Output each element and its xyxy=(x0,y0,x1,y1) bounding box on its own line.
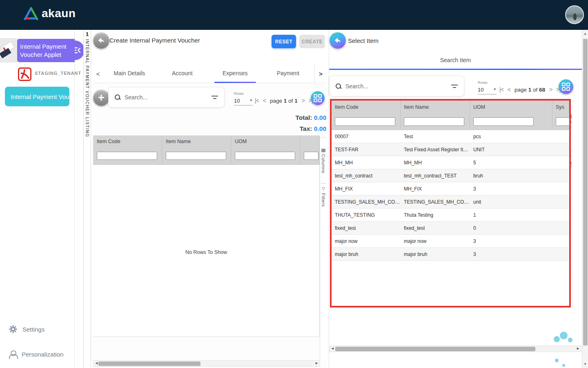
grid-view-button[interactable] xyxy=(559,79,573,94)
tab-payment[interactable]: Payment xyxy=(262,65,315,83)
table-row[interactable]: 00007Testpcs xyxy=(332,130,569,143)
create-button[interactable]: CREATE xyxy=(299,35,325,48)
search-item-tab[interactable]: Search Item xyxy=(329,57,582,63)
next-page-icon[interactable]: > xyxy=(549,86,552,93)
scroll-left-icon[interactable]: ◄ xyxy=(95,361,98,365)
table-row[interactable]: THUTA_TESTINGThuta Testing1 xyxy=(332,209,569,222)
column-header-item-code[interactable]: Item Code xyxy=(93,136,162,147)
table-row[interactable]: MH_FIXMH_FIX3 xyxy=(332,182,569,195)
person-icon xyxy=(9,350,16,358)
dropdown-caret-icon: ▾ xyxy=(494,87,496,91)
expenses-search-input[interactable] xyxy=(125,94,208,101)
item-search-input[interactable] xyxy=(345,83,448,90)
item-search-bar xyxy=(329,76,464,96)
grid-icon xyxy=(562,83,570,91)
rows-per-page-select[interactable]: 10 ▾ xyxy=(478,87,497,94)
column-header-item-name[interactable]: Item Name xyxy=(162,136,231,147)
column-header-uom[interactable]: UOM xyxy=(231,136,300,147)
column-header-uom[interactable]: UOM xyxy=(470,101,552,113)
table-row[interactable]: TEST-FARTest Fixed Asset Register Item C… xyxy=(332,143,569,156)
left-hscroll-thumb[interactable] xyxy=(98,361,200,366)
search-icon xyxy=(114,94,121,101)
tabs-scroll-left-icon[interactable]: < xyxy=(93,70,103,77)
columns-toggle[interactable]: Columns xyxy=(320,149,327,173)
listing-strip[interactable]: 1 INTERNAL PAYMENT VOUCHER LISTING xyxy=(83,30,91,368)
tab-main-details[interactable]: Main Details xyxy=(103,65,156,83)
item-code-filter-input[interactable] xyxy=(97,152,157,160)
grid-view-button[interactable] xyxy=(311,91,325,105)
decor-bubble xyxy=(554,336,560,342)
expenses-search-bar xyxy=(108,87,225,108)
item-code-filter-input[interactable] xyxy=(335,117,395,126)
tabs-scroll-right-icon[interactable]: > xyxy=(314,65,327,83)
next-page-icon[interactable]: > xyxy=(302,97,305,104)
scroll-right-icon[interactable]: ► xyxy=(315,361,318,365)
scroll-left-icon[interactable]: ◄ xyxy=(331,346,334,350)
select-item-back-button[interactable] xyxy=(330,32,346,49)
back-arrow-icon xyxy=(97,36,105,45)
settings-button[interactable]: Settings xyxy=(9,325,45,333)
scroll-right-icon[interactable]: ► xyxy=(576,346,580,350)
items-table-filter-row xyxy=(332,113,569,130)
first-page-icon[interactable]: |< xyxy=(499,86,503,93)
back-button[interactable] xyxy=(93,32,109,49)
extra-filter-input[interactable] xyxy=(304,152,318,160)
tenant-row[interactable]: STAGING_TENANT xyxy=(0,67,75,85)
page-text: page 1 of 68 xyxy=(514,87,545,93)
personalization-button[interactable]: Personalization xyxy=(9,350,64,358)
tab-bar: < Main Details Account Expenses Payment … xyxy=(93,65,327,83)
cell-uom: 3 xyxy=(470,238,552,244)
column-header-sys[interactable]: Sys xyxy=(552,101,569,113)
brand-logo[interactable]: akaun xyxy=(24,7,76,20)
table-row[interactable]: major bruhmajor bruh3 xyxy=(332,248,569,261)
filter-icon[interactable] xyxy=(451,84,458,89)
page-vertical-scrollbar[interactable]: ▲ ▼ xyxy=(582,30,588,368)
akaun-triangle-icon xyxy=(24,7,38,20)
table-row[interactable]: major nowmajor now3 xyxy=(332,235,569,248)
filters-toggle[interactable]: ▽ Filters xyxy=(320,186,327,206)
tab-expenses[interactable]: Expenses xyxy=(209,65,262,83)
total-pages: 1 xyxy=(294,98,298,104)
prev-page-icon[interactable]: < xyxy=(508,86,510,93)
add-expense-line-button[interactable]: + xyxy=(93,90,109,106)
decor-bubble xyxy=(568,338,572,342)
applet-badge[interactable]: Internal Payment Voucher Applet xyxy=(17,39,75,62)
column-header-item-name[interactable]: Item Name xyxy=(401,101,470,113)
filter-icon[interactable] xyxy=(212,95,218,100)
grid-icon xyxy=(314,94,322,102)
uom-filter-input[interactable] xyxy=(473,117,534,126)
page-title: Create Internal Payment Voucher xyxy=(109,37,200,44)
select-item-panel: Select Item Search Item Rows 10 ▾ |< < p… xyxy=(329,30,582,368)
internal-payment-voucher-button[interactable]: Internal Payment Vouc xyxy=(5,87,69,106)
right-horizontal-scrollbar[interactable]: ◄ ► xyxy=(329,346,581,352)
tenant-name: STAGING_TENANT xyxy=(35,71,81,76)
table-row[interactable]: test_mh_contracttest_mh_contract_TESTbru… xyxy=(332,169,569,182)
cell-uom: 1 xyxy=(470,212,552,218)
cell-item-name: Test xyxy=(401,134,470,139)
user-avatar[interactable] xyxy=(565,5,584,24)
scroll-up-icon[interactable]: ▲ xyxy=(582,32,588,36)
left-horizontal-scrollbar[interactable]: ◄ ► xyxy=(93,360,320,367)
cell-item-code: 00007 xyxy=(332,134,401,139)
reset-button[interactable]: RESET xyxy=(272,35,296,48)
tab-account[interactable]: Account xyxy=(156,65,209,83)
sys-filter-input[interactable] xyxy=(556,117,569,126)
cell-item-name: MH_MH xyxy=(401,160,470,166)
table-row[interactable]: MH_MHMH_MH5 xyxy=(332,156,569,169)
scroll-down-icon[interactable]: ▼ xyxy=(582,362,588,366)
table-row[interactable]: fixed_testfixed_test0 xyxy=(332,222,569,235)
right-hscroll-thumb[interactable] xyxy=(335,347,535,351)
uom-filter-input[interactable] xyxy=(235,152,295,160)
vscroll-thumb[interactable] xyxy=(583,39,588,346)
rows-per-page-select[interactable]: 10 ▾ xyxy=(234,98,253,105)
cell-uom: UNIT xyxy=(470,147,552,153)
cell-uom: pcs xyxy=(470,134,552,139)
item-name-filter-input[interactable] xyxy=(404,117,464,126)
prev-page-icon[interactable]: < xyxy=(263,97,266,104)
tax-label: Tax: xyxy=(300,125,312,132)
column-header-item-code[interactable]: Item Code xyxy=(332,101,401,113)
item-name-filter-input[interactable] xyxy=(166,152,226,160)
table-row[interactable]: TESTING_SALES_MH_CONTRACTTESTING_SALES_M… xyxy=(332,195,569,209)
total-value: 0.00 xyxy=(314,114,326,121)
first-page-icon[interactable]: |< xyxy=(255,97,259,104)
